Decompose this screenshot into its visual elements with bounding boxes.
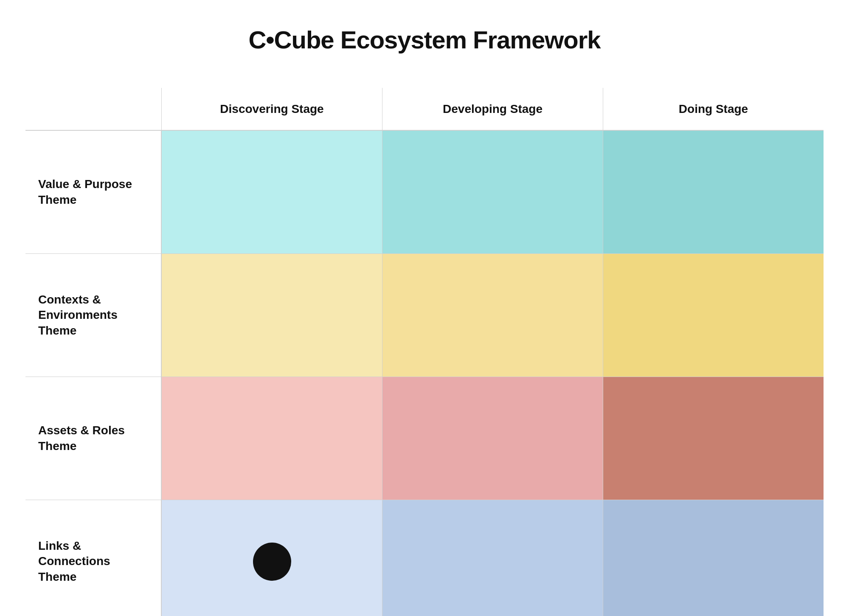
row-label-assets-roles-text: Assets & Roles Theme [38, 423, 148, 454]
dot-marker [253, 543, 291, 581]
cell-contexts-environments-developing [382, 253, 603, 377]
row-label-value-purpose: Value & Purpose Theme [25, 130, 161, 253]
cell-value-purpose-developing [382, 130, 603, 253]
cell-assets-roles-developing [382, 377, 603, 500]
cell-contexts-environments-doing [603, 253, 824, 377]
cell-assets-roles-doing [603, 377, 824, 500]
header-empty-cell [25, 88, 161, 130]
row-label-links-connections-text: Links & Connections Theme [38, 538, 148, 585]
row-label-contexts-environments: Contexts & Environments Theme [25, 253, 161, 377]
cell-value-purpose-doing [603, 130, 824, 253]
header-doing: Doing Stage [603, 88, 824, 130]
page-title: C•Cube Ecosystem Framework [248, 25, 600, 54]
cell-contexts-environments-discovering [161, 253, 382, 377]
cell-links-connections-discovering [161, 500, 382, 616]
row-label-value-purpose-text: Value & Purpose Theme [38, 177, 148, 208]
header-developing: Developing Stage [382, 88, 603, 130]
row-label-assets-roles: Assets & Roles Theme [25, 377, 161, 500]
cell-links-connections-doing [603, 500, 824, 616]
cell-assets-roles-discovering [161, 377, 382, 500]
header-discovering: Discovering Stage [161, 88, 382, 130]
cell-value-purpose-discovering [161, 130, 382, 253]
framework-grid: Discovering Stage Developing Stage Doing… [25, 88, 824, 616]
row-label-contexts-environments-text: Contexts & Environments Theme [38, 292, 148, 338]
cell-links-connections-developing [382, 500, 603, 616]
row-label-links-connections: Links & Connections Theme [25, 500, 161, 616]
